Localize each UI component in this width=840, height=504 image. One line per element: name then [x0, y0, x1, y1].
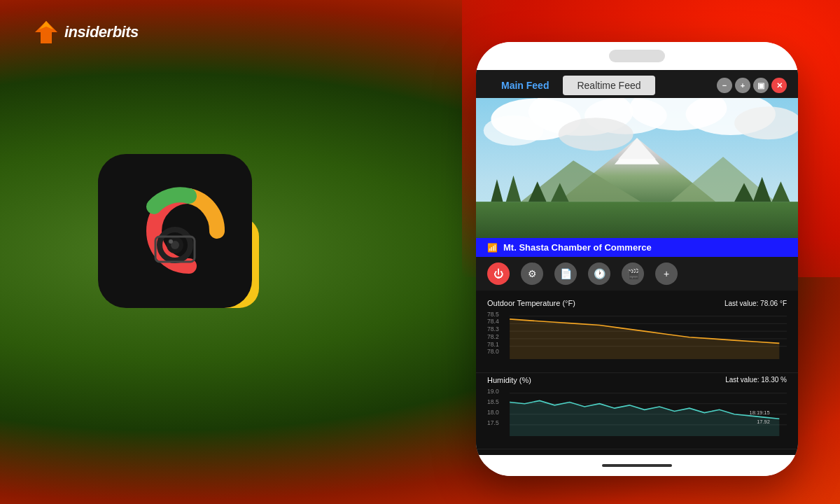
- phone-screen: Main Feed Realtime Feed − + ▣ ✕: [476, 70, 798, 455]
- location-bar: 📶 Mt. Shasta Chamber of Commerce: [476, 238, 798, 257]
- phone-mockup: Main Feed Realtime Feed − + ▣ ✕: [476, 42, 798, 476]
- humidity-chart-svg: 19.0 18.5 18.0 17.5 18:19:15 17.92: [487, 387, 787, 436]
- temperature-chart-header: Outdoor Temperature (°F) Last value: 78.…: [487, 299, 787, 307]
- camera-view: [476, 98, 798, 238]
- window-controls: − + ▣ ✕: [717, 78, 787, 93]
- location-label: Mt. Shasta Chamber of Commerce: [503, 242, 652, 253]
- svg-text:17.92: 17.92: [757, 418, 770, 424]
- tab-bar: Main Feed Realtime Feed − + ▣ ✕: [476, 70, 798, 98]
- humidity-chart-header: Humidity (%) Last value: 18.30 %: [487, 376, 787, 384]
- svg-text:78.0: 78.0: [487, 348, 499, 355]
- video-button[interactable]: 🎬: [622, 262, 644, 285]
- phone-top-bar: [476, 42, 798, 70]
- window-maximize-button[interactable]: +: [735, 78, 750, 93]
- svg-text:19.0: 19.0: [487, 387, 499, 394]
- svg-text:78.3: 78.3: [487, 326, 499, 332]
- svg-point-5: [169, 239, 173, 244]
- window-restore-button[interactable]: ▣: [753, 78, 769, 93]
- window-minimize-button[interactable]: −: [717, 78, 732, 93]
- humidity-chart-section: Humidity (%) Last value: 18.30 % 19.0 18…: [476, 373, 798, 450]
- add-button[interactable]: +: [655, 262, 678, 285]
- humidity-chart-value: Last value: 18.30 %: [725, 376, 787, 384]
- window-close-button[interactable]: ✕: [771, 78, 787, 93]
- home-indicator: [602, 464, 672, 467]
- toolbar: ⏻ ⚙ 📄 🕐 🎬 +: [476, 257, 798, 290]
- svg-text:78.4: 78.4: [487, 318, 499, 325]
- svg-text:18.5: 18.5: [487, 398, 499, 405]
- svg-text:18:19:15: 18:19:15: [750, 409, 770, 415]
- wifi-icon: 📶: [487, 243, 498, 253]
- tab-realtime-feed[interactable]: Realtime Feed: [563, 76, 654, 95]
- humidity-chart-title: Humidity (%): [487, 376, 531, 384]
- temperature-chart-section: Outdoor Temperature (°F) Last value: 78.…: [476, 296, 798, 373]
- svg-marker-41: [510, 319, 779, 359]
- svg-text:17.5: 17.5: [487, 419, 499, 426]
- app-icon-main[interactable]: [98, 154, 252, 308]
- phone-notch: [609, 50, 665, 62]
- svg-text:18.0: 18.0: [487, 408, 499, 415]
- temperature-chart-svg: 78.5 78.4 78.3 78.2 78.1 78.0: [487, 310, 787, 359]
- svg-rect-22: [476, 202, 798, 238]
- settings-button[interactable]: ⚙: [521, 262, 543, 285]
- svg-text:78.5: 78.5: [487, 311, 499, 318]
- history-button[interactable]: 🕐: [588, 262, 610, 285]
- svg-marker-50: [510, 400, 779, 436]
- svg-point-16: [559, 118, 634, 150]
- camera-app-icon-svg: [119, 175, 231, 287]
- svg-point-15: [484, 115, 544, 146]
- scene-svg: [476, 98, 798, 238]
- svg-text:78.2: 78.2: [487, 333, 499, 340]
- tab-main-feed[interactable]: Main Feed: [487, 76, 563, 95]
- logo-text: insiderbits: [64, 23, 139, 41]
- temperature-chart-value: Last value: 78.06 °F: [724, 300, 787, 307]
- phone-bottom-bar: [476, 455, 798, 476]
- temperature-chart-title: Outdoor Temperature (°F): [487, 299, 575, 307]
- logo: insiderbits: [34, 20, 139, 45]
- charts-container: Outdoor Temperature (°F) Last value: 78.…: [476, 290, 798, 455]
- power-button[interactable]: ⏻: [487, 262, 510, 285]
- logo-icon: [34, 20, 59, 45]
- document-button[interactable]: 📄: [554, 262, 577, 285]
- svg-text:78.1: 78.1: [487, 341, 499, 348]
